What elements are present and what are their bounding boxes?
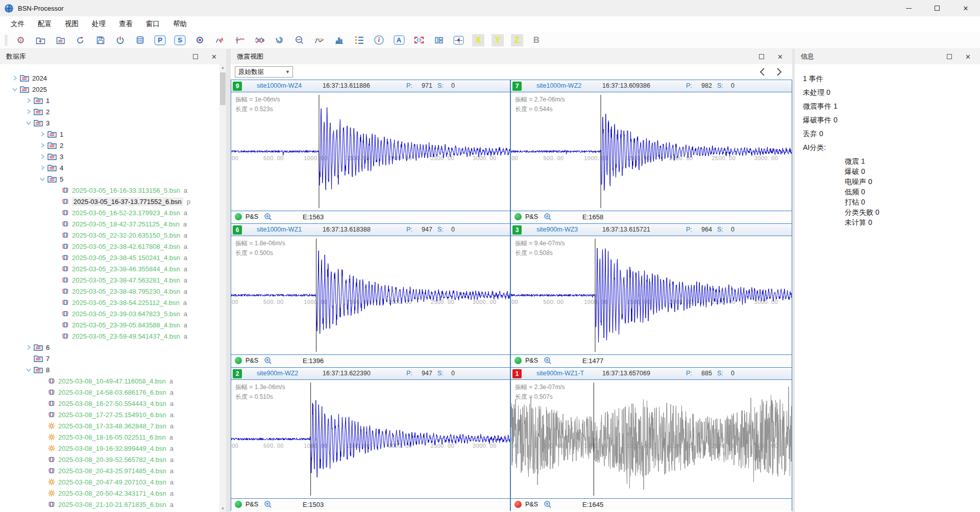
waveform-plot[interactable]: 00500. 001000. 001500. 002000. 002500. 0… xyxy=(511,380,792,498)
chevron-expanded-icon[interactable] xyxy=(39,176,45,183)
axis-toggle-x[interactable]: X xyxy=(472,34,484,46)
pick-tool-button[interactable] xyxy=(213,34,226,46)
tree-folder-6[interactable]: 6 xyxy=(0,342,219,353)
tree-file-item[interactable]: 2025-03-08_17-27-25.154910_6.bsna xyxy=(0,409,219,420)
tree-folder-3[interactable]: 3 xyxy=(0,151,219,162)
station-name[interactable]: site900m-WZ3 xyxy=(536,226,578,233)
waveform-pick-button[interactable] xyxy=(233,34,246,46)
chevron-collapsed-icon[interactable] xyxy=(39,131,45,138)
axis-toggle-z[interactable]: Z xyxy=(511,34,523,46)
microseismic-panel-close-button[interactable]: ✕ xyxy=(777,54,783,60)
tree-file-item[interactable]: 2025-03-08_20-43-25.971485_4.bsna xyxy=(0,465,219,476)
open-data-button[interactable] xyxy=(54,34,67,46)
replay-button[interactable] xyxy=(273,34,286,46)
data-source-dropdown[interactable]: 原始数据 ▼ xyxy=(235,66,293,78)
event-list-button[interactable] xyxy=(353,34,365,46)
chevron-collapsed-icon[interactable] xyxy=(25,97,32,104)
tree-file-item[interactable]: 2025-03-05_23-39-05.843588_4.bsna xyxy=(0,319,219,330)
chevron-collapsed-icon[interactable] xyxy=(25,109,32,115)
s-phase-button[interactable]: S xyxy=(174,34,186,46)
zoom-icon[interactable] xyxy=(264,356,273,367)
tree-folder-2024[interactable]: 2024 xyxy=(0,72,219,84)
tree-folder-2[interactable]: 2 xyxy=(0,106,219,117)
tree-file-item[interactable]: 2025-03-08_20-47-49.207103_4.bsna xyxy=(0,476,219,488)
chevron-collapsed-icon[interactable] xyxy=(25,344,32,351)
tree-folder-1[interactable]: 1 xyxy=(0,95,219,106)
annotation-button[interactable]: A xyxy=(393,34,405,46)
station-name[interactable]: site1000m-WZ2 xyxy=(536,82,581,89)
tree-file-item[interactable]: 2025-03-08_20-39-52.565782_4.bsna xyxy=(0,454,219,465)
station-name[interactable]: site900m-WZ2 xyxy=(257,370,298,377)
info-button[interactable]: i xyxy=(373,34,385,46)
tree-file-item[interactable]: 2025-03-08_16-27-50.554443_4.bsna xyxy=(0,398,219,409)
microseismic-panel-float-button[interactable] xyxy=(759,54,764,59)
threshold-chart-button[interactable] xyxy=(313,34,326,46)
zoom-icon[interactable] xyxy=(544,500,552,511)
histogram-button[interactable] xyxy=(333,34,346,46)
tree-file-item[interactable]: 2025-03-08_18-16-05.022511_6.bsna xyxy=(0,431,219,443)
tree-scrollbar[interactable]: ▲ ▼ xyxy=(219,64,226,512)
save-button[interactable] xyxy=(94,34,107,46)
zoom-icon[interactable] xyxy=(544,356,552,367)
station-name[interactable]: site900m-WZ1-T xyxy=(536,370,584,377)
database-panel-close-button[interactable]: ✕ xyxy=(211,54,217,60)
tree-file-item[interactable]: 2025-03-05_16-52-23.179923_4.bsna xyxy=(0,207,219,218)
tree-folder-4[interactable]: 4 xyxy=(0,162,219,173)
menu-item-1[interactable]: 文件 xyxy=(4,16,31,32)
station-name[interactable]: site1000m-WZ1 xyxy=(257,226,302,233)
info-panel-close-button[interactable]: ✕ xyxy=(965,54,971,60)
tree-file-item[interactable]: 2025-03-05_23-38-47.563281_4.bsna xyxy=(0,274,219,286)
waveform-overlay-button[interactable] xyxy=(253,34,266,46)
toolbar-grip[interactable] xyxy=(5,35,7,46)
power-button[interactable] xyxy=(114,34,127,46)
tree-file-item[interactable]: 2025-03-05_16-37-13.771552_6.bsnp xyxy=(0,196,219,207)
previous-event-button[interactable] xyxy=(758,67,767,76)
waveform-plot[interactable]: 00500. 001000. 001500. 002000. 002500. 0… xyxy=(511,92,792,211)
menu-item-7[interactable]: 帮助 xyxy=(166,16,193,32)
database-button[interactable] xyxy=(134,34,146,46)
menu-item-4[interactable]: 处理 xyxy=(85,16,112,32)
tree-folder-2025[interactable]: 2025 xyxy=(0,84,219,95)
chevron-collapsed-icon[interactable] xyxy=(39,165,45,171)
p-phase-button[interactable]: P xyxy=(154,34,166,46)
ps-toggle-label[interactable]: P&S xyxy=(246,357,258,364)
zoom-icon[interactable] xyxy=(544,213,552,223)
tree-file-item[interactable]: 2025-03-08_19-16-32.899449_4.bsna xyxy=(0,443,219,454)
chevron-collapsed-icon[interactable] xyxy=(39,142,45,149)
waveform-plot[interactable]: 00500. 001000. 001500. 002000. 002500. 0… xyxy=(231,92,510,211)
waveform-plot[interactable]: 00500. 001000. 001500. 002000. 002500. 0… xyxy=(231,380,510,498)
ps-toggle-label[interactable]: P&S xyxy=(525,357,538,364)
chevron-collapsed-icon[interactable] xyxy=(11,75,18,82)
ps-toggle-label[interactable]: P&S xyxy=(525,501,538,508)
tree-folder-2[interactable]: 2 xyxy=(0,140,219,151)
next-event-button[interactable] xyxy=(775,67,783,76)
waveform-plot[interactable]: 00500. 001000. 001500. 002000. 002500. 0… xyxy=(231,236,510,354)
tree-file-item[interactable]: 2025-03-05_23-38-42.617808_4.bsna xyxy=(0,241,219,252)
tree-file-item[interactable]: 2025-03-05_23-38-48.795230_4.bsna xyxy=(0,286,219,297)
waveform-plot[interactable]: 00500. 001000. 001500. 002000. 002500. 0… xyxy=(511,236,792,354)
station-name[interactable]: site1000m-WZ4 xyxy=(257,82,302,89)
close-button[interactable]: ✕ xyxy=(951,0,980,16)
ps-toggle-label[interactable]: P&S xyxy=(246,501,258,508)
ps-toggle-label[interactable]: P&S xyxy=(246,213,258,220)
layout-button[interactable] xyxy=(432,34,445,46)
frequency-analysis-button[interactable] xyxy=(293,34,306,46)
ps-toggle-label[interactable]: P&S xyxy=(525,213,538,220)
tree-file-item[interactable]: 2025-03-08_17-33-48.362848_7.bsna xyxy=(0,420,219,431)
tree-file-item[interactable]: 2025-03-05_23-39-03.647823_5.bsna xyxy=(0,308,219,319)
minimize-button[interactable] xyxy=(894,0,923,16)
refresh-button[interactable] xyxy=(74,34,87,46)
tree-folder-7[interactable]: 7 xyxy=(0,353,219,364)
tree-file-item[interactable]: 2025-03-08_21-10-21.671835_6.bsna xyxy=(0,499,219,510)
menu-item-3[interactable]: 视图 xyxy=(58,16,85,32)
scrollbar-thumb[interactable] xyxy=(220,72,226,105)
tree-folder-1[interactable]: 1 xyxy=(0,129,219,140)
tree-file-item[interactable]: 2025-03-08_20-50-42.343171_4.bsna xyxy=(0,488,219,499)
settings-button[interactable]: ⚙ xyxy=(14,34,27,46)
zoom-icon[interactable] xyxy=(264,500,273,511)
locate-button[interactable] xyxy=(193,34,206,46)
tree-folder-3[interactable]: 3 xyxy=(0,117,219,129)
menu-item-5[interactable]: 查看 xyxy=(112,16,139,32)
tree-folder-5[interactable]: 5 xyxy=(0,173,219,185)
menu-item-6[interactable]: 窗口 xyxy=(139,16,166,32)
